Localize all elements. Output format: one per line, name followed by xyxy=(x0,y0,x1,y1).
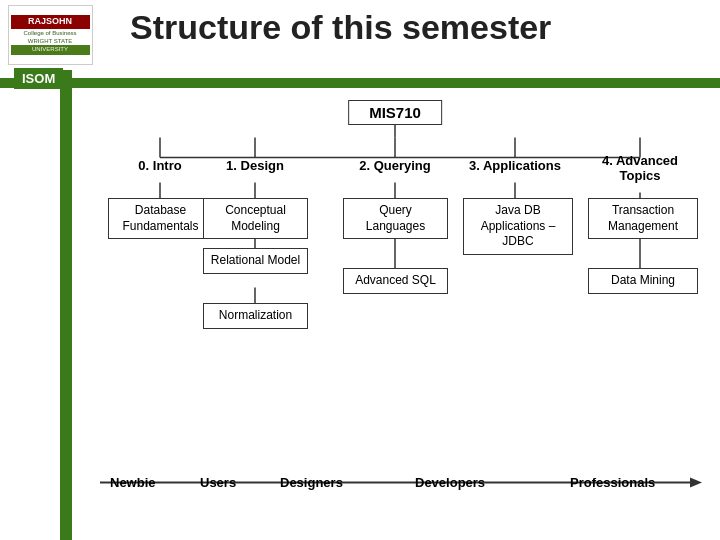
cat-querying: 2. Querying xyxy=(345,158,445,173)
item-relational: Relational Model xyxy=(203,248,308,274)
cat-applications: 3. Applications xyxy=(465,158,565,173)
page-title: Structure of this semester xyxy=(130,8,710,47)
logo-bot: UNIVERSITY xyxy=(11,45,90,55)
logo-box: RAJSOHN College of Business WRIGHT STATE… xyxy=(8,5,93,65)
diagram-content: MIS710 0. Intro 1. Design 2. Querying 3.… xyxy=(80,95,710,510)
logo-area: RAJSOHN College of Business WRIGHT STATE… xyxy=(0,0,100,70)
bottom-designers: Designers xyxy=(280,475,343,490)
cat-intro: 0. Intro xyxy=(110,158,210,173)
bottom-professionals: Professionals xyxy=(570,475,655,490)
cat-design: 1. Design xyxy=(205,158,305,173)
mis710-box: MIS710 xyxy=(348,100,442,125)
bottom-developers: Developers xyxy=(415,475,485,490)
cat-advanced: 4. Advanced Topics xyxy=(590,153,690,183)
green-horizontal-bar xyxy=(0,78,720,88)
item-db-fund: Database Fundamentals xyxy=(108,198,213,239)
item-query-lang: Query Languages xyxy=(343,198,448,239)
logo-top: RAJSOHN xyxy=(11,15,90,29)
isom-label: ISOM xyxy=(14,68,63,89)
item-java-db: Java DB Applications – JDBC xyxy=(463,198,573,255)
logo-mid: College of Business WRIGHT STATE xyxy=(23,29,76,46)
item-transaction: Transaction Management xyxy=(588,198,698,239)
item-advanced-sql: Advanced SQL xyxy=(343,268,448,294)
svg-marker-17 xyxy=(690,478,702,488)
item-conceptual: Conceptual Modeling xyxy=(203,198,308,239)
bottom-newbie: Newbie xyxy=(110,475,156,490)
item-data-mining: Data Mining xyxy=(588,268,698,294)
item-normalization: Normalization xyxy=(203,303,308,329)
bottom-users: Users xyxy=(200,475,236,490)
